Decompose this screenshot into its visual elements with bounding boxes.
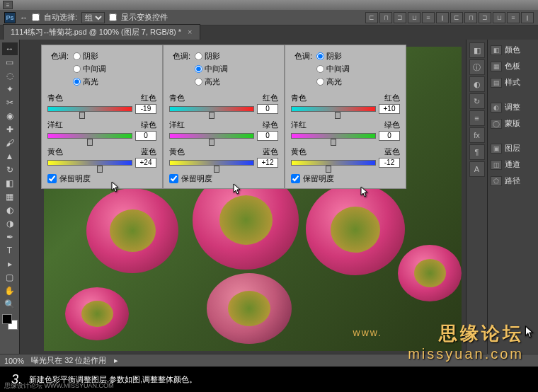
stamp-tool[interactable]: ▲ xyxy=(2,150,18,163)
path-select-tool[interactable]: ▸ xyxy=(2,258,18,270)
dist-btn[interactable]: ⊓ xyxy=(464,12,477,23)
tone-highlights-radio[interactable]: 高光 xyxy=(316,76,342,87)
align-btn[interactable]: ⊐ xyxy=(394,12,406,23)
slider-thumb[interactable] xyxy=(87,139,93,146)
hand-tool[interactable]: ✋ xyxy=(2,284,18,297)
align-btn[interactable]: ⫿ xyxy=(436,12,449,23)
panel-color[interactable]: ◧颜色 xyxy=(489,42,537,57)
tone-highlights-radio[interactable]: 高光 xyxy=(195,76,220,87)
mg-value[interactable]: 0 xyxy=(135,131,156,141)
slider-thumb[interactable] xyxy=(97,166,103,173)
close-icon[interactable]: × xyxy=(188,28,192,36)
align-btn[interactable]: ⊔ xyxy=(408,12,420,23)
tone-midtones-radio[interactable]: 中间调 xyxy=(195,64,228,74)
mg-value[interactable]: 0 xyxy=(379,131,400,141)
slider-thumb[interactable] xyxy=(79,112,85,119)
slider-thumb[interactable] xyxy=(209,139,214,146)
align-btn[interactable]: ≡ xyxy=(422,12,435,23)
blur-tool[interactable]: ◐ xyxy=(2,204,18,217)
panel-swatches[interactable]: ▦色板 xyxy=(489,59,537,74)
dodge-tool[interactable]: ◑ xyxy=(2,217,18,230)
tone-midtones-radio[interactable]: 中间调 xyxy=(316,64,350,74)
panel-styles[interactable]: ▤样式 xyxy=(489,75,537,90)
panel-icon[interactable]: ◧ xyxy=(469,42,485,58)
document-tab[interactable]: 1114练习--雏菊花.psd @ 100% (图层 7, RGB/8) * × xyxy=(3,24,200,40)
cr-value[interactable]: +10 xyxy=(379,104,400,114)
yb-slider[interactable] xyxy=(47,160,132,166)
dist-btn[interactable]: ⊔ xyxy=(493,12,505,23)
cr-slider[interactable] xyxy=(291,106,376,112)
cr-slider[interactable] xyxy=(47,106,132,112)
gradient-tool[interactable]: ▦ xyxy=(2,190,18,203)
slider-thumb[interactable] xyxy=(214,166,219,173)
tone-highlights-radio[interactable]: 高光 xyxy=(73,76,98,87)
tone-shadows-radio[interactable]: 阴影 xyxy=(195,51,220,62)
panel-icon[interactable]: ¶ xyxy=(469,144,485,160)
cr-value[interactable]: -19 xyxy=(135,104,156,114)
panel-icon[interactable]: ≡ xyxy=(469,110,485,126)
align-btn[interactable]: ⊓ xyxy=(379,12,392,23)
dist-btn[interactable]: ⊐ xyxy=(479,12,491,23)
panel-icon[interactable]: ↻ xyxy=(469,93,485,109)
pen-tool[interactable]: ✒ xyxy=(2,231,18,243)
lasso-tool[interactable]: ◌ xyxy=(2,69,18,82)
preserve-luminosity-checkbox[interactable]: 保留明度 xyxy=(47,173,156,184)
yb-slider[interactable] xyxy=(169,160,254,166)
mg-slider[interactable] xyxy=(169,133,254,139)
panel-icon[interactable]: A xyxy=(469,161,485,177)
fg-color[interactable] xyxy=(2,314,12,324)
zoom-tool[interactable]: 🔍 xyxy=(2,298,18,311)
panel-masks[interactable]: ◯蒙版 xyxy=(489,116,537,131)
slider-right-label: 绿色 xyxy=(263,120,278,130)
crop-tool[interactable]: ✂ xyxy=(2,96,18,109)
type-tool[interactable]: T xyxy=(2,244,18,257)
rectangle-tool[interactable]: ▢ xyxy=(2,271,18,284)
panel-icon[interactable]: ⓘ xyxy=(469,59,485,75)
panel-paths[interactable]: ⬠路径 xyxy=(489,173,537,188)
mg-slider[interactable] xyxy=(47,133,132,139)
slider-thumb[interactable] xyxy=(335,112,340,119)
slider-thumb[interactable] xyxy=(331,139,336,146)
dist-btn[interactable]: ⫿ xyxy=(521,12,534,23)
align-btn[interactable]: ⊏ xyxy=(365,12,378,23)
mg-slider[interactable] xyxy=(291,133,376,139)
preserve-luminosity-checkbox[interactable]: 保留明度 xyxy=(291,173,400,184)
panel-icon[interactable]: ◐ xyxy=(469,76,485,92)
slider-thumb[interactable] xyxy=(326,166,331,173)
heal-tool[interactable]: ✚ xyxy=(2,123,18,136)
rect-marquee-tool[interactable]: ▭ xyxy=(2,56,18,69)
menu-toggle-icon[interactable]: ≡ xyxy=(3,1,13,9)
brush-tool[interactable]: 🖌 xyxy=(2,137,18,149)
dist-btn[interactable]: ⊏ xyxy=(450,12,463,23)
show-transform-checkbox[interactable] xyxy=(109,13,117,21)
tone-shadows-radio[interactable]: 阴影 xyxy=(316,51,342,62)
auto-select-dropdown[interactable]: 组 xyxy=(81,12,105,23)
panel-channels[interactable]: ◫通道 xyxy=(489,157,537,172)
wand-tool[interactable]: ✦ xyxy=(2,83,18,96)
slider-right-label: 蓝色 xyxy=(141,146,156,157)
slider-thumb[interactable] xyxy=(209,112,214,119)
toolbox: ↔▭◌✦✂◉✚🖌▲↻◧▦◐◑✒T▸▢✋🔍 xyxy=(0,40,20,354)
cr-slider[interactable] xyxy=(169,106,254,112)
yb-slider[interactable] xyxy=(291,160,376,166)
panel-layers[interactable]: ▣图层 xyxy=(489,141,537,156)
zoom-level[interactable]: 100% xyxy=(4,357,24,365)
yb-value[interactable]: -12 xyxy=(379,158,400,168)
cr-value[interactable]: 0 xyxy=(257,104,278,114)
panel-icon[interactable]: fx xyxy=(469,127,485,143)
preserve-luminosity-checkbox[interactable]: 保留明度 xyxy=(169,173,278,184)
yb-value[interactable]: +12 xyxy=(257,158,278,168)
status-dropdown-icon[interactable]: ▸ xyxy=(114,356,118,365)
mg-value[interactable]: 0 xyxy=(257,131,278,141)
eyedropper-tool[interactable]: ◉ xyxy=(2,110,18,122)
tone-shadows-radio[interactable]: 阴影 xyxy=(73,51,98,62)
history-brush-tool[interactable]: ↻ xyxy=(2,163,18,176)
tone-midtones-radio[interactable]: 中间调 xyxy=(73,64,106,74)
panel-adjustments[interactable]: ◐调整 xyxy=(489,100,537,115)
yb-value[interactable]: +24 xyxy=(135,158,156,168)
color-swatches[interactable] xyxy=(2,314,18,330)
dist-btn[interactable]: ≡ xyxy=(507,12,520,23)
auto-select-checkbox[interactable] xyxy=(32,13,40,21)
move-tool[interactable]: ↔ xyxy=(2,42,18,55)
eraser-tool[interactable]: ◧ xyxy=(2,177,18,190)
